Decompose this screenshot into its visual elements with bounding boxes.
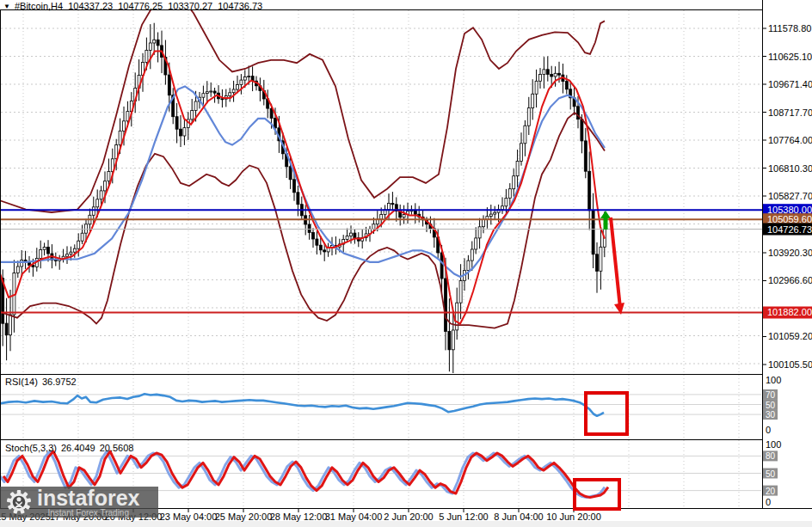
time-tick-label: 2 Jun 20:00	[384, 512, 434, 522]
symbol-label: #Bitcoin,H4	[15, 1, 63, 11]
price-tick-label: 100105.50	[768, 359, 812, 370]
price-tick-label: 102966.60	[768, 275, 812, 285]
ohlc-low: 103370.27	[168, 1, 212, 11]
time-tick-label: 8 Jun 04:00	[494, 512, 544, 522]
gear-logo-icon	[4, 487, 34, 517]
stoch-highlight-box	[573, 478, 621, 511]
time-tick-label: 28 May 12:00	[270, 512, 328, 522]
scale-badge-label: 70	[766, 390, 776, 400]
time-tick-label: 31 May 04:00	[325, 512, 383, 522]
rsi-value: 36.9752	[42, 377, 77, 387]
rsi-pane	[0, 394, 604, 416]
price-tick-label: 109671.40	[768, 79, 812, 89]
scale-badge-label: 20	[766, 487, 776, 496]
rsi-indicator-title: RSI(14)36.9752	[5, 377, 81, 387]
watermark-brand: instaforex	[37, 487, 139, 509]
stoch-signal-value: 20.5608	[100, 443, 134, 453]
price-tick-label: 106810.30	[768, 163, 812, 174]
time-tick-label: 25 May 20:00	[215, 512, 273, 522]
price-tick-label: 107764.00	[768, 135, 812, 145]
price-badge-label: 101882.00	[767, 307, 812, 317]
up-arrow-head	[600, 211, 611, 218]
time-tick-label: 10 Jun 20:00	[546, 512, 601, 522]
scale-badge-label: 30	[766, 410, 776, 420]
price-badge-label: 105059.60	[767, 214, 812, 224]
instaforex-watermark: instaforex Instant Forex Trading	[0, 487, 158, 518]
time-tick-label: 23 May 04:00	[160, 512, 218, 522]
ohlc-close: 104736.73	[218, 1, 262, 11]
stoch-indicator-title: Stoch(5,3,3)26.404920.5608	[5, 443, 138, 453]
scale-tick-label: 0	[766, 497, 771, 507]
main-price-pane	[0, 0, 606, 382]
time-tick-label: 5 Jun 12:00	[439, 512, 489, 522]
scale-badge-label: 80	[766, 451, 776, 461]
rsi-line	[0, 394, 604, 416]
stoch-main-value: 26.4049	[61, 443, 95, 453]
price-tick-label: 108717.70	[768, 107, 812, 118]
rsi-label: RSI(14)	[5, 377, 38, 387]
symbol-dropdown-icon[interactable]: ▼	[3, 3, 10, 10]
stoch-label: Stoch(5,3,3)	[5, 443, 57, 453]
ohlc-high: 104776.25	[118, 1, 163, 11]
rsi-highlight-box	[584, 391, 629, 436]
scale-badge-label: 50	[766, 469, 776, 479]
scale-tick-label: 100	[766, 375, 781, 385]
price-badge-label: 104726.73	[767, 224, 812, 235]
bottom-strip	[0, 521, 812, 527]
scale-tick-label: 100	[766, 439, 781, 450]
scale-tick-label: 0	[766, 425, 771, 435]
price-tick-label: 103920.30	[768, 248, 812, 258]
scale-badge-label: 50	[766, 401, 776, 410]
price-tick-label: 110625.10	[768, 52, 812, 62]
chart-title: ▼#Bitcoin,H4104337.23104776.25103370.271…	[3, 1, 268, 11]
price-tick-label: 101059.20	[768, 331, 812, 341]
down-arrow-shaft	[611, 218, 620, 308]
trading-chart-window: 111578.80110625.10109671.40108717.701077…	[0, 0, 812, 527]
price-tick-label: 111578.80	[768, 23, 811, 34]
ohlc-open: 104337.23	[68, 1, 113, 11]
watermark-tagline: Instant Forex Trading	[37, 509, 139, 518]
price-tick-label: 105827.70	[768, 191, 812, 201]
